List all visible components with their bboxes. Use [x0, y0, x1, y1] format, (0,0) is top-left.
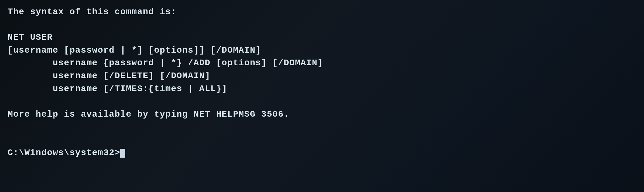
terminal-line-prompt: C:\Windows\system32> [8, 147, 635, 160]
terminal-line-help-line: More help is available by typing NET HEL… [8, 108, 635, 121]
terminal-line-usage3: username [/DELETE] [/DOMAIN] [8, 70, 635, 83]
terminal-line-blank2 [8, 95, 635, 108]
terminal-line-blank3 [8, 121, 635, 134]
terminal-line-usage1: [username [password | *] [options]] [/DO… [8, 44, 635, 57]
terminal-line-net-user: NET USER [8, 31, 635, 44]
terminal-line-blank1 [8, 19, 635, 32]
terminal-window[interactable]: The syntax of this command is: NET USER[… [0, 0, 644, 192]
terminal-line-blank4 [8, 134, 635, 147]
terminal-line-syntax-line: The syntax of this command is: [8, 6, 635, 19]
terminal-line-usage4: username [/TIMES:{times | ALL}] [8, 83, 635, 96]
terminal-line-usage2: username {password | *} /ADD [options] [… [8, 57, 635, 70]
terminal-cursor [120, 149, 125, 158]
